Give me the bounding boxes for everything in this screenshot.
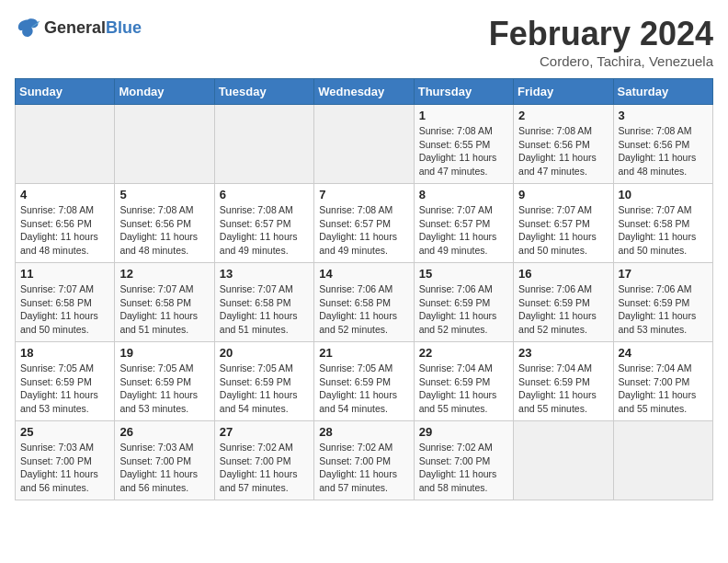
day-number: 29 bbox=[419, 425, 508, 439]
day-number: 7 bbox=[319, 188, 408, 201]
day-number: 9 bbox=[518, 188, 608, 201]
day-info: Sunrise: 7:06 AMSunset: 6:59 PMDaylight:… bbox=[619, 282, 708, 337]
day-info: Sunrise: 7:02 AMSunset: 7:00 PMDaylight:… bbox=[319, 441, 408, 495]
day-info: Sunrise: 7:04 AMSunset: 6:59 PMDaylight:… bbox=[419, 362, 508, 416]
week-row-5: 25Sunrise: 7:03 AMSunset: 7:00 PMDayligh… bbox=[16, 421, 713, 500]
calendar-cell: 7Sunrise: 7:08 AMSunset: 6:57 PMDaylight… bbox=[314, 184, 414, 263]
calendar-cell: 13Sunrise: 7:07 AMSunset: 6:58 PMDayligh… bbox=[214, 263, 313, 342]
day-number: 5 bbox=[119, 188, 209, 201]
day-info: Sunrise: 7:07 AMSunset: 6:57 PMDaylight:… bbox=[518, 203, 608, 258]
header-friday: Friday bbox=[514, 79, 613, 105]
day-number: 18 bbox=[20, 346, 109, 360]
day-info: Sunrise: 7:04 AMSunset: 7:00 PMDaylight:… bbox=[619, 362, 708, 416]
day-info: Sunrise: 7:02 AMSunset: 7:00 PMDaylight:… bbox=[419, 441, 508, 495]
day-info: Sunrise: 7:07 AMSunset: 6:58 PMDaylight:… bbox=[119, 282, 209, 337]
calendar-cell: 24Sunrise: 7:04 AMSunset: 7:00 PMDayligh… bbox=[613, 342, 712, 421]
day-number: 22 bbox=[419, 346, 508, 360]
calendar-title: February 2024 bbox=[489, 15, 713, 53]
logo-bird-icon bbox=[15, 15, 40, 40]
calendar-cell: 14Sunrise: 7:06 AMSunset: 6:58 PMDayligh… bbox=[314, 263, 414, 342]
day-number: 26 bbox=[119, 425, 209, 439]
day-info: Sunrise: 7:02 AMSunset: 7:00 PMDaylight:… bbox=[220, 441, 309, 495]
day-number: 24 bbox=[619, 346, 708, 360]
day-info: Sunrise: 7:03 AMSunset: 7:00 PMDaylight:… bbox=[20, 441, 109, 495]
calendar-cell: 2Sunrise: 7:08 AMSunset: 6:56 PMDaylight… bbox=[514, 105, 613, 184]
logo-blue: Blue bbox=[106, 18, 142, 37]
day-number: 2 bbox=[518, 109, 608, 122]
calendar-cell: 17Sunrise: 7:06 AMSunset: 6:59 PMDayligh… bbox=[613, 263, 712, 342]
calendar-cell: 5Sunrise: 7:08 AMSunset: 6:56 PMDaylight… bbox=[115, 184, 214, 263]
calendar-cell: 18Sunrise: 7:05 AMSunset: 6:59 PMDayligh… bbox=[16, 342, 115, 421]
day-info: Sunrise: 7:08 AMSunset: 6:57 PMDaylight:… bbox=[319, 203, 408, 258]
calendar-cell: 23Sunrise: 7:04 AMSunset: 6:59 PMDayligh… bbox=[514, 342, 613, 421]
header-tuesday: Tuesday bbox=[214, 79, 313, 105]
calendar-cell: 10Sunrise: 7:07 AMSunset: 6:58 PMDayligh… bbox=[613, 184, 712, 263]
calendar-cell: 16Sunrise: 7:06 AMSunset: 6:59 PMDayligh… bbox=[514, 263, 613, 342]
day-number: 13 bbox=[220, 267, 309, 281]
day-info: Sunrise: 7:05 AMSunset: 6:59 PMDaylight:… bbox=[119, 362, 209, 416]
day-number: 10 bbox=[619, 188, 708, 201]
day-info: Sunrise: 7:07 AMSunset: 6:58 PMDaylight:… bbox=[20, 282, 109, 337]
calendar-cell bbox=[514, 421, 613, 500]
day-number: 16 bbox=[518, 267, 608, 281]
calendar-cell bbox=[16, 105, 115, 184]
logo-text: GeneralBlue bbox=[44, 18, 142, 38]
header-saturday: Saturday bbox=[613, 79, 712, 105]
title-block: February 2024 Cordero, Tachira, Venezuel… bbox=[489, 15, 713, 69]
day-number: 1 bbox=[419, 109, 508, 122]
day-number: 21 bbox=[319, 346, 408, 360]
day-number: 12 bbox=[119, 267, 209, 281]
day-info: Sunrise: 7:07 AMSunset: 6:58 PMDaylight:… bbox=[619, 203, 708, 258]
calendar-cell: 3Sunrise: 7:08 AMSunset: 6:56 PMDaylight… bbox=[613, 105, 712, 184]
day-info: Sunrise: 7:08 AMSunset: 6:56 PMDaylight:… bbox=[119, 203, 209, 258]
day-info: Sunrise: 7:05 AMSunset: 6:59 PMDaylight:… bbox=[220, 362, 309, 416]
day-number: 8 bbox=[419, 188, 508, 201]
day-number: 28 bbox=[319, 425, 408, 439]
day-number: 14 bbox=[319, 267, 408, 281]
calendar-cell: 29Sunrise: 7:02 AMSunset: 7:00 PMDayligh… bbox=[414, 421, 513, 500]
day-number: 3 bbox=[619, 109, 708, 122]
day-number: 27 bbox=[220, 425, 309, 439]
day-number: 4 bbox=[20, 188, 109, 201]
calendar-cell: 12Sunrise: 7:07 AMSunset: 6:58 PMDayligh… bbox=[115, 263, 214, 342]
calendar-cell bbox=[613, 421, 712, 500]
calendar-cell: 6Sunrise: 7:08 AMSunset: 6:57 PMDaylight… bbox=[214, 184, 313, 263]
day-info: Sunrise: 7:08 AMSunset: 6:56 PMDaylight:… bbox=[20, 203, 109, 258]
calendar-cell: 25Sunrise: 7:03 AMSunset: 7:00 PMDayligh… bbox=[16, 421, 115, 500]
calendar-cell: 8Sunrise: 7:07 AMSunset: 6:57 PMDaylight… bbox=[414, 184, 513, 263]
header-thursday: Thursday bbox=[414, 79, 513, 105]
calendar-cell: 19Sunrise: 7:05 AMSunset: 6:59 PMDayligh… bbox=[115, 342, 214, 421]
calendar-cell bbox=[115, 105, 214, 184]
calendar-table: SundayMondayTuesdayWednesdayThursdayFrid… bbox=[15, 78, 713, 500]
logo-general: General bbox=[44, 18, 106, 37]
weekday-header-row: SundayMondayTuesdayWednesdayThursdayFrid… bbox=[16, 79, 713, 105]
week-row-3: 11Sunrise: 7:07 AMSunset: 6:58 PMDayligh… bbox=[16, 263, 713, 342]
calendar-cell: 22Sunrise: 7:04 AMSunset: 6:59 PMDayligh… bbox=[414, 342, 513, 421]
calendar-cell: 11Sunrise: 7:07 AMSunset: 6:58 PMDayligh… bbox=[16, 263, 115, 342]
calendar-cell: 21Sunrise: 7:05 AMSunset: 6:59 PMDayligh… bbox=[314, 342, 414, 421]
header-monday: Monday bbox=[115, 79, 214, 105]
day-info: Sunrise: 7:08 AMSunset: 6:56 PMDaylight:… bbox=[518, 124, 608, 178]
day-info: Sunrise: 7:06 AMSunset: 6:59 PMDaylight:… bbox=[419, 282, 508, 337]
day-info: Sunrise: 7:05 AMSunset: 6:59 PMDaylight:… bbox=[20, 362, 109, 416]
day-info: Sunrise: 7:08 AMSunset: 6:55 PMDaylight:… bbox=[419, 124, 508, 178]
day-number: 17 bbox=[619, 267, 708, 281]
calendar-cell: 20Sunrise: 7:05 AMSunset: 6:59 PMDayligh… bbox=[214, 342, 313, 421]
day-info: Sunrise: 7:08 AMSunset: 6:57 PMDaylight:… bbox=[220, 203, 309, 258]
day-info: Sunrise: 7:03 AMSunset: 7:00 PMDaylight:… bbox=[119, 441, 209, 495]
page-header: GeneralBlue February 2024 Cordero, Tachi… bbox=[15, 15, 713, 69]
calendar-cell: 4Sunrise: 7:08 AMSunset: 6:56 PMDaylight… bbox=[16, 184, 115, 263]
day-number: 6 bbox=[220, 188, 309, 201]
logo: GeneralBlue bbox=[15, 15, 142, 40]
calendar-cell: 28Sunrise: 7:02 AMSunset: 7:00 PMDayligh… bbox=[314, 421, 414, 500]
calendar-cell: 1Sunrise: 7:08 AMSunset: 6:55 PMDaylight… bbox=[414, 105, 513, 184]
week-row-2: 4Sunrise: 7:08 AMSunset: 6:56 PMDaylight… bbox=[16, 184, 713, 263]
day-number: 25 bbox=[20, 425, 109, 439]
day-info: Sunrise: 7:06 AMSunset: 6:58 PMDaylight:… bbox=[319, 282, 408, 337]
week-row-4: 18Sunrise: 7:05 AMSunset: 6:59 PMDayligh… bbox=[16, 342, 713, 421]
day-info: Sunrise: 7:05 AMSunset: 6:59 PMDaylight:… bbox=[319, 362, 408, 416]
calendar-cell bbox=[314, 105, 414, 184]
week-row-1: 1Sunrise: 7:08 AMSunset: 6:55 PMDaylight… bbox=[16, 105, 713, 184]
day-info: Sunrise: 7:06 AMSunset: 6:59 PMDaylight:… bbox=[518, 282, 608, 337]
day-number: 19 bbox=[119, 346, 209, 360]
